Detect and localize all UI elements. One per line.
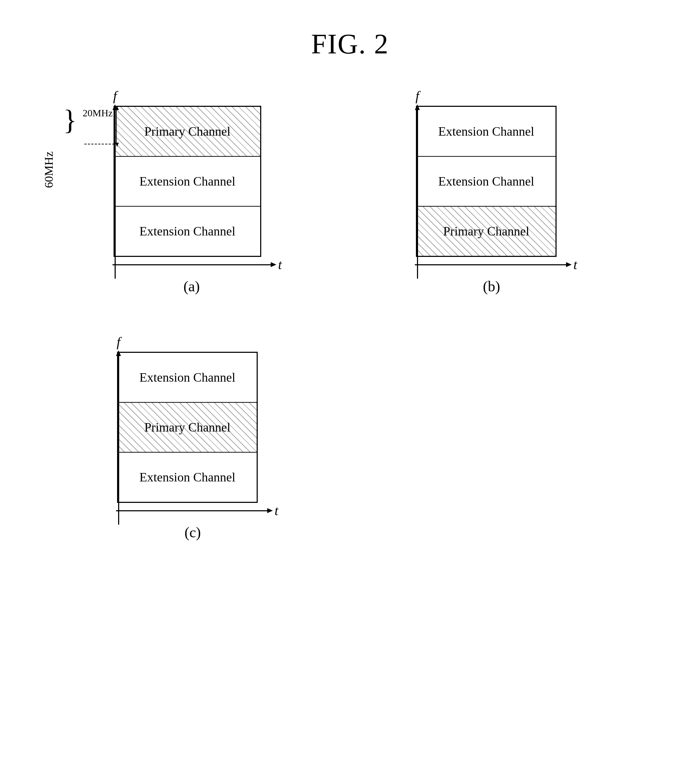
channel-primary-label-c: Primary Channel <box>145 419 231 436</box>
caption-c: (c) <box>117 524 268 541</box>
diagram-b: f t Extension Channel Extension Channel <box>394 88 605 299</box>
t-line-b <box>415 264 566 265</box>
diagram-c: f t Extension Channel Primary Channel Ex… <box>95 334 306 545</box>
t-arrow-a <box>271 262 276 267</box>
channels-box-a: Primary Channel Extension Channel Extens… <box>113 106 261 257</box>
channel-ext1-label-a: Extension Channel <box>140 173 235 190</box>
t-axis-a: t <box>113 257 282 272</box>
channel-ext2-label-a: Extension Channel <box>140 223 235 240</box>
t-arrow-c <box>267 508 273 513</box>
caption-b: (b) <box>416 278 567 295</box>
channel-ext1-b: Extension Channel <box>417 107 555 157</box>
20mhz-dashed-line <box>84 144 114 145</box>
caption-a: (a) <box>113 278 271 295</box>
t-axis-c: t <box>116 503 278 518</box>
60mhz-label: 60MHz <box>42 151 55 188</box>
diagram-a: f t } 60MHz 20MHz <box>42 88 288 299</box>
channel-ext1-label-c: Extension Channel <box>140 370 235 386</box>
channel-ext1-label-b: Extension Channel <box>438 123 534 140</box>
f-label-c: f <box>117 334 121 350</box>
t-label-a: t <box>278 257 282 272</box>
t-axis-b: t <box>415 257 577 272</box>
channel-ext2-a: Extension Channel <box>115 206 260 256</box>
f-label-a: f <box>113 88 117 104</box>
page-title: FIG. 2 <box>0 0 700 60</box>
20mhz-label: 20MHz <box>83 108 113 119</box>
channel-ext2-c: Extension Channel <box>118 453 257 502</box>
channel-primary-b: Primary Channel <box>417 206 555 256</box>
channel-ext2-label-b: Extension Channel <box>438 173 534 190</box>
channel-ext2-label-c: Extension Channel <box>140 469 235 486</box>
channel-primary-label-b: Primary Channel <box>443 223 530 240</box>
t-label-b: t <box>573 257 577 272</box>
f-label-b: f <box>415 88 420 104</box>
channels-box-c: Extension Channel Primary Channel Extens… <box>117 352 258 503</box>
channel-ext1-a: Extension Channel <box>115 157 260 206</box>
t-line-a <box>113 264 271 265</box>
channel-ext2-b: Extension Channel <box>417 157 555 206</box>
channel-ext1-c: Extension Channel <box>118 353 257 403</box>
channel-primary-a: Primary Channel <box>115 107 260 157</box>
t-label-c: t <box>275 503 278 518</box>
channel-primary-label-a: Primary Channel <box>145 123 231 140</box>
channel-primary-c: Primary Channel <box>118 403 257 453</box>
t-arrow-b <box>566 262 572 267</box>
t-line-c <box>116 510 267 511</box>
channels-box-b: Extension Channel Extension Channel Prim… <box>416 106 557 257</box>
60mhz-brace: } <box>63 106 77 134</box>
